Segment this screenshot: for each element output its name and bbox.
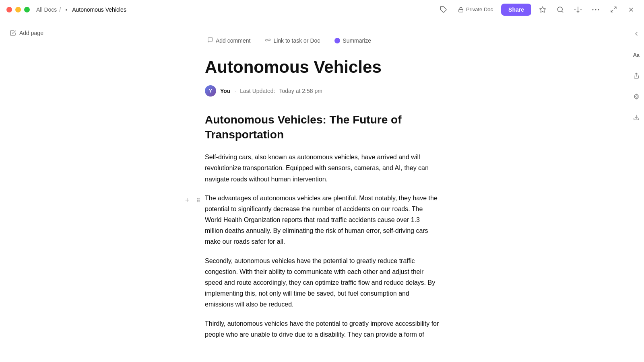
last-updated-value: Today at 2:58 pm <box>279 88 322 94</box>
export-button[interactable] <box>630 111 643 124</box>
svg-point-7 <box>595 9 597 10</box>
breadcrumb: All Docs / ▪ Autonomous Vehicles <box>36 6 437 13</box>
titlebar: All Docs / ▪ Autonomous Vehicles Private… <box>0 0 644 19</box>
share-view-button[interactable] <box>630 69 643 82</box>
breadcrumb-current-doc: ▪ Autonomous Vehicles <box>63 6 126 13</box>
font-size-button[interactable]: Aa <box>630 48 643 61</box>
add-page-button[interactable]: Add page <box>6 27 47 39</box>
content-area: Add comment Link to task or Doc Summariz… <box>80 19 628 362</box>
expand-button[interactable] <box>607 3 620 16</box>
comment-icon <box>207 37 213 44</box>
svg-point-6 <box>592 9 594 10</box>
doc-title[interactable]: Autonomous Vehicles <box>205 57 439 77</box>
right-sidebar: Aa <box>628 19 644 362</box>
svg-line-10 <box>611 10 613 12</box>
breadcrumb-parent[interactable]: All Docs <box>36 6 57 13</box>
left-sidebar: Add page <box>0 19 80 362</box>
maximize-window-button[interactable] <box>24 7 30 12</box>
link-task-label: Link to task or Doc <box>273 37 320 44</box>
paragraph-4-text: Thirdly, autonomous vehicles have the po… <box>205 320 439 342</box>
breadcrumb-doc-name: Autonomous Vehicles <box>72 6 126 13</box>
summarize-label: Summarize <box>343 37 371 44</box>
settings-button[interactable] <box>630 90 643 103</box>
main-layout: Add page Add comment <box>0 19 644 362</box>
avatar: Y <box>205 85 216 97</box>
add-page-label: Add page <box>19 30 43 36</box>
svg-point-8 <box>598 9 599 10</box>
doc-content: Autonomous Vehicles Y You · Last Updated… <box>80 57 564 342</box>
tag-button[interactable] <box>437 3 450 16</box>
paragraph-3-text: Secondly, autonomous vehicles have the p… <box>205 257 435 308</box>
star-button[interactable] <box>536 3 549 16</box>
share-button[interactable]: Share <box>501 4 531 16</box>
svg-rect-1 <box>459 9 463 12</box>
search-button[interactable] <box>554 3 567 16</box>
doc-meta: Y You · Last Updated: Today at 2:58 pm <box>205 85 439 97</box>
breadcrumb-separator: / <box>59 6 61 13</box>
link-task-button[interactable]: Link to task or Doc <box>262 35 322 46</box>
add-block-button[interactable]: + <box>182 196 192 206</box>
last-updated-prefix: Last Updated: <box>240 88 275 94</box>
private-doc-badge[interactable]: Private Doc <box>455 5 496 14</box>
more-button[interactable] <box>589 3 602 16</box>
doc-icon: ▪ <box>63 6 70 13</box>
paragraph-2: + ⠿ The advantages of autonomous vehicle… <box>205 193 439 247</box>
hover-actions: + ⠿ <box>182 196 202 206</box>
download-button[interactable] <box>572 3 584 16</box>
meta-separator: · <box>234 88 236 94</box>
add-comment-button[interactable]: Add comment <box>205 35 253 46</box>
add-comment-label: Add comment <box>216 37 250 44</box>
private-doc-label: Private Doc <box>466 6 493 12</box>
minimize-window-button[interactable] <box>15 7 21 12</box>
summarize-dot-icon <box>334 38 340 43</box>
titlebar-actions: Private Doc Share <box>437 3 638 16</box>
summarize-button[interactable]: Summarize <box>332 36 374 45</box>
drag-handle-button[interactable]: ⠿ <box>193 196 202 206</box>
close-window-button[interactable] <box>6 7 12 12</box>
doc-heading[interactable]: Autonomous Vehicles: The Future of Trans… <box>205 113 439 142</box>
svg-point-14 <box>636 96 637 97</box>
svg-line-9 <box>614 7 616 9</box>
link-icon <box>265 37 271 44</box>
window-controls <box>6 7 30 12</box>
paragraph-1: Self-driving cars, also known as autonom… <box>205 152 439 185</box>
paragraph-1-text: Self-driving cars, also known as autonom… <box>205 154 429 182</box>
paragraph-3: Secondly, autonomous vehicles have the p… <box>205 255 439 310</box>
paragraph-2-text: The advantages of autonomous vehicles ar… <box>205 195 438 245</box>
collapse-sidebar-button[interactable] <box>630 27 643 40</box>
toolbar-row: Add comment Link to task or Doc Summariz… <box>80 35 628 46</box>
paragraph-4: Thirdly, autonomous vehicles have the po… <box>205 318 439 342</box>
svg-line-4 <box>561 11 563 12</box>
doc-author: You <box>220 88 230 94</box>
svg-marker-2 <box>540 6 546 12</box>
close-button[interactable] <box>625 3 638 16</box>
